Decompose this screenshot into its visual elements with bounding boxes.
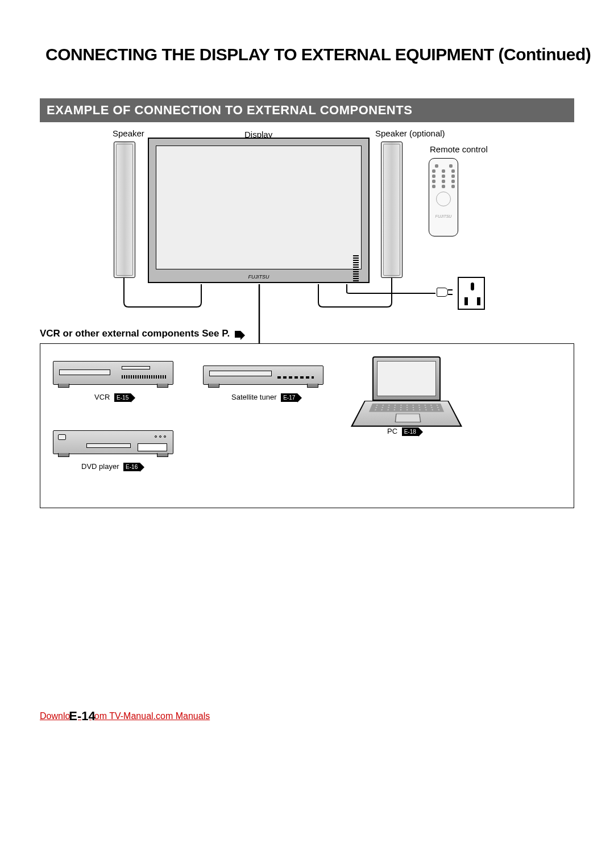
footer-suffix: om TV-Manual.com Manuals <box>94 711 210 721</box>
footer-source-link[interactable]: DownloE-14om TV-Manual.com Manuals <box>40 708 210 722</box>
remote-label: Remote control <box>430 144 488 155</box>
pc-label: PC E-18 <box>387 427 418 436</box>
vcr-page-ref: E-15 <box>114 393 131 402</box>
power-outlet-icon <box>458 277 485 310</box>
external-components-heading: VCR or other external components See P. <box>40 328 240 339</box>
page-title-bar: CONNECTING THE DISPLAY TO EXTERNAL EQUIP… <box>40 41 574 68</box>
satellite-tuner-icon <box>203 366 323 385</box>
laptop-keyboard-icon <box>351 401 462 427</box>
vcr-heading-text: VCR or other external components See P. <box>40 328 230 339</box>
connection-diagram: Speaker Display Speaker (optional) Remot… <box>40 122 574 508</box>
remote-brand-label: FUJITSU <box>429 214 458 218</box>
vcr-icon <box>53 361 173 385</box>
laptop-screen-icon <box>372 356 441 401</box>
page-number: E-14 <box>69 709 95 723</box>
speaker-optional-label: Speaker (optional) <box>375 128 445 138</box>
sat-label: Satellite tuner E-17 <box>231 393 297 402</box>
components-box: VCR E-15 DVD player E-16 Satellite tuner… <box>40 343 574 508</box>
section-heading: EXAMPLE OF CONNECTION TO EXTERNAL COMPON… <box>40 98 574 122</box>
pc-page-ref: E-18 <box>402 427 418 436</box>
page-ref-arrow-icon <box>235 331 240 338</box>
dvd-label: DVD player E-16 <box>81 462 140 471</box>
speaker-left-icon <box>114 142 135 278</box>
footer-prefix: Downlo <box>40 711 70 721</box>
display-screen <box>156 146 362 269</box>
vcr-label: VCR E-15 <box>94 393 131 402</box>
dvd-player-icon <box>53 430 173 454</box>
remote-control-icon: FUJITSU <box>429 158 458 236</box>
speaker-label: Speaker <box>113 128 144 138</box>
sat-page-ref: E-17 <box>281 393 297 402</box>
dvd-name: DVD player <box>81 462 119 471</box>
sat-name: Satellite tuner <box>231 393 277 401</box>
page-title: CONNECTING THE DISPLAY TO EXTERNAL EQUIP… <box>45 45 591 64</box>
dvd-page-ref: E-16 <box>123 463 140 471</box>
display-brand-label: FUJITSU <box>149 274 368 280</box>
pc-name: PC <box>387 427 397 435</box>
vcr-name: VCR <box>94 393 110 401</box>
display-icon: FUJITSU <box>148 138 370 283</box>
power-plug-icon <box>432 286 453 298</box>
speaker-right-icon <box>381 142 403 278</box>
